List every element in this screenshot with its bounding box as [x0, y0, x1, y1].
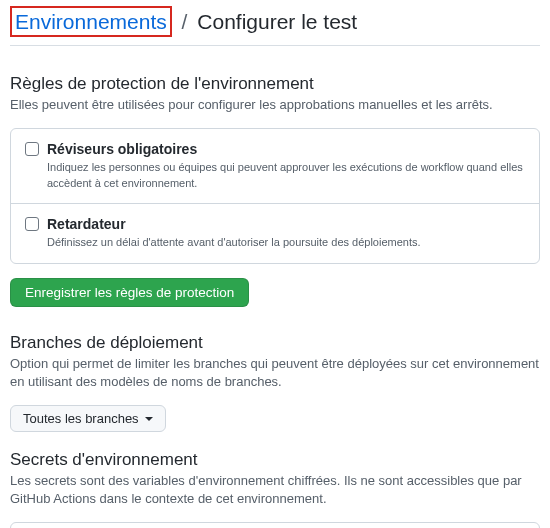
add-secret-button[interactable]: Ajouter un secret	[10, 522, 540, 528]
breadcrumb-current: Configurer le test	[197, 10, 357, 33]
required-reviewers-desc: Indiquez les personnes ou équipes qui pe…	[47, 160, 525, 191]
rule-required-reviewers: Réviseurs obligatoires Indiquez les pers…	[11, 129, 539, 204]
wait-timer-desc: Définissez un délai d'attente avant d'au…	[47, 235, 525, 250]
rule-wait-timer: Retardateur Définissez un délai d'attent…	[11, 204, 539, 262]
environment-secrets-title: Secrets d'environnement	[10, 450, 540, 470]
branches-dropdown[interactable]: Toutes les branches	[10, 405, 166, 432]
required-reviewers-checkbox[interactable]	[25, 142, 39, 156]
breadcrumb-separator: /	[182, 10, 188, 33]
branches-dropdown-label: Toutes les branches	[23, 411, 139, 426]
breadcrumb-environments-link[interactable]: Environnements	[10, 6, 172, 37]
protection-rules-title: Règles de protection de l'environnement	[10, 74, 540, 94]
protection-rules-desc: Elles peuvent être utilisées pour config…	[10, 96, 540, 114]
wait-timer-label: Retardateur	[47, 216, 126, 232]
deployment-branches-title: Branches de déploiement	[10, 333, 540, 353]
protection-rules-box: Réviseurs obligatoires Indiquez les pers…	[10, 128, 540, 263]
wait-timer-checkbox[interactable]	[25, 217, 39, 231]
required-reviewers-label: Réviseurs obligatoires	[47, 141, 197, 157]
save-protection-rules-button[interactable]: Enregistrer les règles de protection	[10, 278, 249, 307]
chevron-down-icon	[145, 417, 153, 421]
environment-secrets-desc: Les secrets sont des variables d'environ…	[10, 472, 540, 508]
deployment-branches-desc: Option qui permet de limiter les branche…	[10, 355, 540, 391]
breadcrumb: Environnements / Configurer le test	[10, 6, 540, 46]
